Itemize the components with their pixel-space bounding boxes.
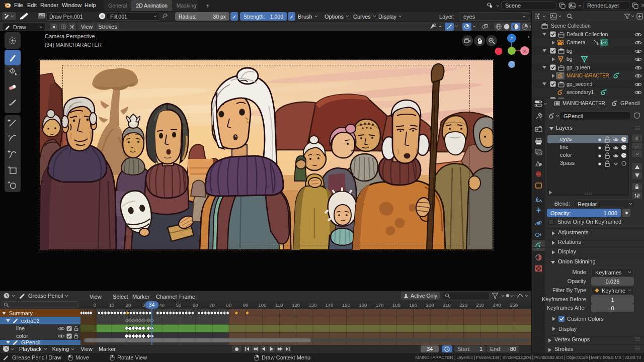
- svg-text:60: 60: [193, 302, 198, 308]
- svg-text:10: 10: [109, 302, 115, 308]
- svg-text:Z: Z: [510, 36, 513, 41]
- svg-text:230: 230: [476, 302, 484, 308]
- svg-text:100: 100: [259, 302, 267, 308]
- svg-text:120: 120: [292, 302, 300, 308]
- svg-text:40: 40: [159, 302, 165, 308]
- svg-text:50: 50: [176, 302, 182, 308]
- svg-text:170: 170: [376, 302, 384, 308]
- svg-text:90: 90: [243, 302, 249, 308]
- svg-text:250: 250: [510, 302, 518, 308]
- svg-text:200: 200: [426, 302, 434, 308]
- svg-text:X: X: [523, 49, 526, 54]
- svg-text:20: 20: [126, 302, 131, 308]
- svg-text:240: 240: [493, 302, 501, 308]
- svg-text:130: 130: [308, 302, 316, 308]
- svg-text:150: 150: [342, 302, 350, 308]
- svg-text:70: 70: [209, 302, 215, 308]
- svg-text:190: 190: [409, 302, 417, 308]
- svg-text:110: 110: [275, 302, 283, 308]
- svg-text:0: 0: [94, 302, 96, 308]
- svg-text:34: 34: [149, 302, 155, 308]
- svg-text:140: 140: [326, 302, 334, 308]
- svg-text:160: 160: [359, 302, 367, 308]
- svg-text:210: 210: [443, 302, 451, 308]
- svg-text:80: 80: [226, 302, 232, 308]
- svg-text:180: 180: [392, 302, 400, 308]
- svg-text:220: 220: [459, 302, 467, 308]
